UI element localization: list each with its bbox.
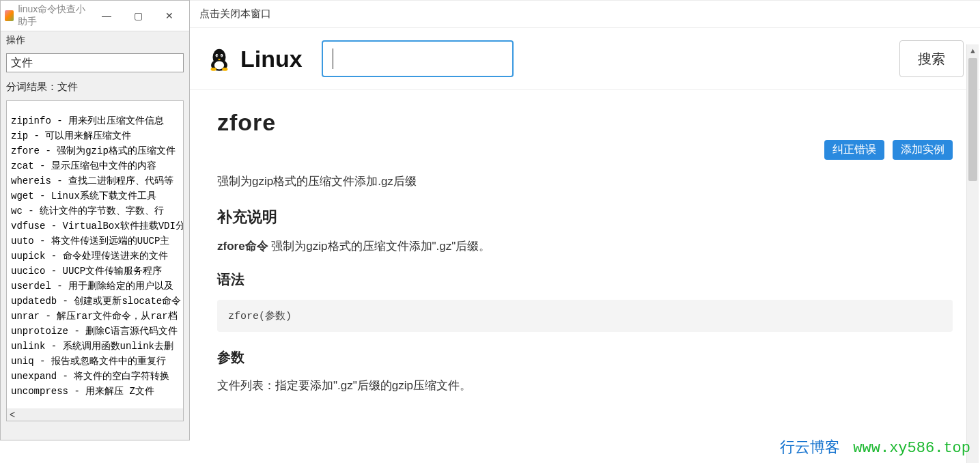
svg-point-6 — [221, 55, 222, 57]
scrollbar-thumb[interactable] — [968, 58, 977, 181]
app-icon — [5, 10, 14, 21]
list-item[interactable]: uuto - 将文件传送到远端的UUCP主 — [11, 234, 179, 249]
supplement-text: 强制为gzip格式的压缩文件添加".gz"后缀。 — [268, 240, 491, 253]
content-body: zfore 纠正错误 添加实例 强制为gzip格式的压缩文件添加.gz后缀 补充… — [190, 90, 980, 393]
tokenize-prefix: 分词结果： — [6, 81, 57, 92]
horizontal-scrollbar[interactable]: < — [7, 408, 183, 421]
watermark-url: www.xy586.top — [853, 440, 970, 457]
section-supplement-title: 补充说明 — [217, 207, 953, 227]
correct-error-button[interactable]: 纠正错误 — [824, 140, 884, 160]
tokenize-result: 分词结果：文件 — [1, 76, 189, 100]
close-hint-bar[interactable]: 点击关闭本窗口 — [190, 1, 980, 28]
sidebar-search-input[interactable] — [6, 53, 184, 72]
results-list[interactable]: zipinfo - 用来列出压缩文件信息zip - 可以用来解压缩文件zfore… — [7, 101, 183, 408]
main-area: 点击关闭本窗口 Linux 搜索 zfore 纠正错误 添加实例 强制为gzip… — [190, 0, 980, 463]
window-title: linux命令快查小助手 — [18, 3, 91, 28]
short-description: 强制为gzip格式的压缩文件添加.gz后缀 — [217, 173, 953, 189]
list-item[interactable]: wc - 统计文件的字节数、字数、行 — [11, 204, 179, 219]
syntax-code-block: zfore(参数) — [217, 300, 953, 332]
section-params-title: 参数 — [217, 348, 953, 367]
list-item[interactable]: vdfuse - VirtualBox软件挂载VDI分 — [11, 219, 179, 234]
svg-point-2 — [214, 61, 224, 70]
list-item[interactable]: userdel - 用于删除给定的用户以及 — [11, 279, 179, 294]
list-item[interactable]: uupick - 命令处理传送进来的文件 — [11, 249, 179, 264]
list-item[interactable]: uniq - 报告或忽略文件中的重复行 — [11, 354, 179, 369]
svg-point-8 — [222, 68, 227, 71]
tokenize-value: 文件 — [57, 81, 78, 92]
main-header: Linux 搜索 — [190, 28, 980, 90]
list-item[interactable]: unprotoize - 删除C语言源代码文件 — [11, 324, 179, 339]
list-item[interactable]: zfore - 强制为gzip格式的压缩文件 — [11, 143, 179, 158]
list-item[interactable]: uucico - UUCP文件传输服务程序 — [11, 264, 179, 279]
list-item[interactable]: zipinfo - 用来列出压缩文件信息 — [11, 113, 179, 128]
menu-operations[interactable]: 操作 — [1, 31, 189, 49]
list-item[interactable]: whereis - 查找二进制程序、代码等 — [11, 173, 179, 188]
list-item[interactable]: uncompress - 用来解压 Z文件 — [11, 384, 179, 399]
list-item[interactable]: updatedb - 创建或更新slocate命令 — [11, 294, 179, 309]
results-panel: zipinfo - 用来列出压缩文件信息zip - 可以用来解压缩文件zfore… — [6, 100, 184, 421]
linux-penguin-icon — [206, 46, 232, 72]
command-title: zfore — [217, 109, 953, 136]
list-item[interactable]: zcat - 显示压缩包中文件的内容 — [11, 158, 179, 173]
add-example-button[interactable]: 添加实例 — [893, 140, 953, 160]
list-item[interactable]: unlink - 系统调用函数unlink去删 — [11, 339, 179, 354]
minimize-button[interactable]: — — [91, 8, 122, 24]
svg-point-5 — [216, 55, 218, 57]
list-item[interactable]: unexpand - 将文件的空白字符转换 — [11, 369, 179, 384]
watermark: 行云博客 www.xy586.top — [780, 437, 970, 458]
brand: Linux — [206, 46, 303, 72]
text-cursor — [333, 48, 333, 69]
brand-text: Linux — [240, 46, 303, 72]
svg-point-4 — [221, 54, 223, 57]
scroll-up-icon[interactable]: ▲ — [967, 44, 979, 57]
vertical-scrollbar[interactable]: ▲ — [966, 44, 979, 463]
scroll-left-icon[interactable]: < — [10, 409, 15, 420]
sidebar-window: linux命令快查小助手 — ▢ ✕ 操作 分词结果：文件 zipinfo - … — [0, 0, 190, 440]
main-search-input[interactable] — [322, 40, 514, 77]
svg-point-3 — [216, 54, 219, 57]
maximize-button[interactable]: ▢ — [122, 8, 154, 24]
section-syntax-title: 语法 — [217, 270, 953, 289]
list-item[interactable]: zip - 可以用来解压缩文件 — [11, 128, 179, 143]
watermark-blog: 行云博客 — [780, 438, 840, 455]
svg-point-7 — [211, 68, 216, 71]
supplement-bold: zfore命令 — [217, 240, 268, 253]
list-item[interactable]: wget - Linux系统下载文件工具 — [11, 188, 179, 204]
titlebar: linux命令快查小助手 — ▢ ✕ — [1, 1, 189, 31]
supplement-paragraph: zfore命令 强制为gzip格式的压缩文件添加".gz"后缀。 — [217, 238, 953, 254]
close-button[interactable]: ✕ — [154, 8, 185, 24]
params-paragraph: 文件列表：指定要添加".gz"后缀的gzip压缩文件。 — [217, 378, 953, 393]
search-button[interactable]: 搜索 — [899, 40, 964, 77]
list-item[interactable]: unrar - 解压rar文件命令，从rar档 — [11, 309, 179, 324]
